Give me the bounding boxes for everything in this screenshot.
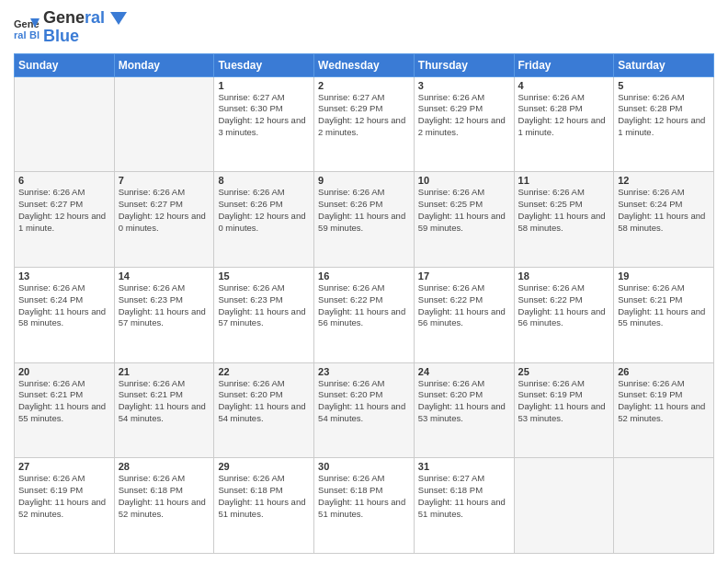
calendar-cell: 3Sunrise: 6:26 AM Sunset: 6:29 PM Daylig… xyxy=(414,76,514,172)
day-number: 11 xyxy=(518,175,610,186)
day-number: 17 xyxy=(418,270,510,282)
calendar-cell: 25Sunrise: 6:26 AM Sunset: 6:19 PM Dayli… xyxy=(514,362,614,458)
day-info: Sunrise: 6:26 AM Sunset: 6:26 PM Dayligh… xyxy=(318,187,410,234)
calendar-cell: 13Sunrise: 6:26 AM Sunset: 6:24 PM Dayli… xyxy=(15,267,115,362)
calendar-cell: 4Sunrise: 6:26 AM Sunset: 6:28 PM Daylig… xyxy=(514,76,614,172)
day-info: Sunrise: 6:26 AM Sunset: 6:23 PM Dayligh… xyxy=(218,282,310,329)
weekday-header: Saturday xyxy=(614,53,714,76)
calendar-cell: 5Sunrise: 6:26 AM Sunset: 6:28 PM Daylig… xyxy=(614,76,714,172)
day-info: Sunrise: 6:27 AM Sunset: 6:30 PM Dayligh… xyxy=(218,92,310,139)
calendar-cell: 27Sunrise: 6:26 AM Sunset: 6:19 PM Dayli… xyxy=(15,458,115,554)
calendar-cell: 19Sunrise: 6:26 AM Sunset: 6:21 PM Dayli… xyxy=(614,267,714,362)
day-number: 29 xyxy=(218,461,310,472)
day-info: Sunrise: 6:26 AM Sunset: 6:20 PM Dayligh… xyxy=(318,378,410,425)
day-info: Sunrise: 6:26 AM Sunset: 6:27 PM Dayligh… xyxy=(119,187,210,234)
weekday-header: Sunday xyxy=(15,53,115,76)
calendar-cell: 10Sunrise: 6:26 AM Sunset: 6:25 PM Dayli… xyxy=(414,172,514,268)
day-number: 15 xyxy=(218,270,310,282)
day-number: 30 xyxy=(318,461,410,472)
day-number: 28 xyxy=(119,461,210,472)
day-number: 1 xyxy=(218,80,310,91)
day-number: 9 xyxy=(318,175,410,186)
calendar-cell: 8Sunrise: 6:26 AM Sunset: 6:26 PM Daylig… xyxy=(214,172,314,268)
calendar-cell: 29Sunrise: 6:26 AM Sunset: 6:18 PM Dayli… xyxy=(214,458,314,554)
day-info: Sunrise: 6:26 AM Sunset: 6:28 PM Dayligh… xyxy=(618,92,710,139)
page: Gene ral Blue General Blue SundayM xyxy=(0,0,728,563)
day-info: Sunrise: 6:26 AM Sunset: 6:22 PM Dayligh… xyxy=(318,282,410,329)
day-number: 31 xyxy=(418,461,510,472)
day-number: 21 xyxy=(119,366,210,377)
calendar-cell: 30Sunrise: 6:26 AM Sunset: 6:18 PM Dayli… xyxy=(314,458,415,554)
day-number: 25 xyxy=(518,366,610,377)
logo-text: General Blue xyxy=(43,9,127,46)
day-number: 7 xyxy=(119,175,210,186)
day-info: Sunrise: 6:26 AM Sunset: 6:22 PM Dayligh… xyxy=(518,282,610,329)
day-info: Sunrise: 6:26 AM Sunset: 6:19 PM Dayligh… xyxy=(518,378,610,425)
calendar-table: SundayMondayTuesdayWednesdayThursdayFrid… xyxy=(14,53,714,554)
day-info: Sunrise: 6:26 AM Sunset: 6:25 PM Dayligh… xyxy=(518,187,610,234)
day-info: Sunrise: 6:26 AM Sunset: 6:21 PM Dayligh… xyxy=(18,378,110,425)
day-info: Sunrise: 6:26 AM Sunset: 6:18 PM Dayligh… xyxy=(318,473,410,520)
svg-text:Blue: Blue xyxy=(29,29,40,40)
calendar-cell: 6Sunrise: 6:26 AM Sunset: 6:27 PM Daylig… xyxy=(15,172,115,268)
svg-text:ral: ral xyxy=(14,29,26,40)
calendar-cell: 7Sunrise: 6:26 AM Sunset: 6:27 PM Daylig… xyxy=(114,172,214,268)
calendar-cell: 11Sunrise: 6:26 AM Sunset: 6:25 PM Dayli… xyxy=(514,172,614,268)
calendar-cell: 2Sunrise: 6:27 AM Sunset: 6:29 PM Daylig… xyxy=(314,76,415,172)
day-number: 2 xyxy=(318,80,410,91)
day-number: 8 xyxy=(218,175,310,186)
calendar-cell: 15Sunrise: 6:26 AM Sunset: 6:23 PM Dayli… xyxy=(214,267,314,362)
logo: Gene ral Blue General Blue xyxy=(14,9,127,46)
calendar-cell xyxy=(15,76,115,172)
calendar-cell: 18Sunrise: 6:26 AM Sunset: 6:22 PM Dayli… xyxy=(514,267,614,362)
calendar-cell: 21Sunrise: 6:26 AM Sunset: 6:21 PM Dayli… xyxy=(114,362,214,458)
day-info: Sunrise: 6:27 AM Sunset: 6:18 PM Dayligh… xyxy=(418,473,510,520)
day-info: Sunrise: 6:26 AM Sunset: 6:29 PM Dayligh… xyxy=(418,92,510,139)
day-number: 20 xyxy=(18,366,110,377)
day-info: Sunrise: 6:26 AM Sunset: 6:19 PM Dayligh… xyxy=(618,378,710,425)
calendar-cell: 22Sunrise: 6:26 AM Sunset: 6:20 PM Dayli… xyxy=(214,362,314,458)
day-info: Sunrise: 6:26 AM Sunset: 6:21 PM Dayligh… xyxy=(618,282,710,329)
calendar-cell: 28Sunrise: 6:26 AM Sunset: 6:18 PM Dayli… xyxy=(114,458,214,554)
day-info: Sunrise: 6:26 AM Sunset: 6:18 PM Dayligh… xyxy=(119,473,210,520)
day-number: 10 xyxy=(418,175,510,186)
day-number: 24 xyxy=(418,366,510,377)
day-number: 16 xyxy=(318,270,410,282)
header: Gene ral Blue General Blue xyxy=(14,9,714,46)
weekday-header: Thursday xyxy=(414,53,514,76)
day-info: Sunrise: 6:26 AM Sunset: 6:24 PM Dayligh… xyxy=(618,187,710,234)
calendar-cell: 17Sunrise: 6:26 AM Sunset: 6:22 PM Dayli… xyxy=(414,267,514,362)
calendar-cell: 23Sunrise: 6:26 AM Sunset: 6:20 PM Dayli… xyxy=(314,362,415,458)
calendar-week-row: 20Sunrise: 6:26 AM Sunset: 6:21 PM Dayli… xyxy=(15,362,714,458)
day-info: Sunrise: 6:26 AM Sunset: 6:18 PM Dayligh… xyxy=(218,473,310,520)
day-number: 26 xyxy=(618,366,710,377)
day-number: 27 xyxy=(18,461,110,472)
calendar-cell xyxy=(514,458,614,554)
calendar-header-row: SundayMondayTuesdayWednesdayThursdayFrid… xyxy=(15,53,714,76)
weekday-header: Friday xyxy=(514,53,614,76)
day-number: 13 xyxy=(18,270,110,282)
calendar-cell xyxy=(114,76,214,172)
calendar-cell: 1Sunrise: 6:27 AM Sunset: 6:30 PM Daylig… xyxy=(214,76,314,172)
day-number: 4 xyxy=(518,80,610,91)
day-number: 5 xyxy=(618,80,710,91)
weekday-header: Wednesday xyxy=(314,53,415,76)
calendar-cell: 14Sunrise: 6:26 AM Sunset: 6:23 PM Dayli… xyxy=(114,267,214,362)
calendar-week-row: 6Sunrise: 6:26 AM Sunset: 6:27 PM Daylig… xyxy=(15,172,714,268)
logo-arrow-icon xyxy=(110,12,127,25)
calendar-cell xyxy=(614,458,714,554)
weekday-header: Tuesday xyxy=(214,53,314,76)
svg-marker-4 xyxy=(110,12,127,25)
day-info: Sunrise: 6:26 AM Sunset: 6:20 PM Dayligh… xyxy=(218,378,310,425)
calendar-cell: 9Sunrise: 6:26 AM Sunset: 6:26 PM Daylig… xyxy=(314,172,415,268)
day-info: Sunrise: 6:26 AM Sunset: 6:28 PM Dayligh… xyxy=(518,92,610,139)
calendar-cell: 16Sunrise: 6:26 AM Sunset: 6:22 PM Dayli… xyxy=(314,267,415,362)
day-info: Sunrise: 6:26 AM Sunset: 6:24 PM Dayligh… xyxy=(18,282,110,329)
day-number: 19 xyxy=(618,270,710,282)
calendar-cell: 26Sunrise: 6:26 AM Sunset: 6:19 PM Dayli… xyxy=(614,362,714,458)
calendar-cell: 24Sunrise: 6:26 AM Sunset: 6:20 PM Dayli… xyxy=(414,362,514,458)
day-number: 6 xyxy=(18,175,110,186)
day-number: 12 xyxy=(618,175,710,186)
calendar-week-row: 27Sunrise: 6:26 AM Sunset: 6:19 PM Dayli… xyxy=(15,458,714,554)
day-info: Sunrise: 6:26 AM Sunset: 6:26 PM Dayligh… xyxy=(218,187,310,234)
